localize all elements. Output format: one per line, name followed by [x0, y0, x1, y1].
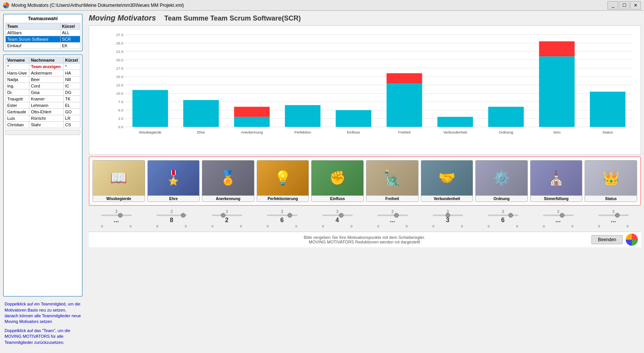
slider-thumb-2[interactable] [221, 213, 225, 218]
svg-rect-38 [437, 117, 473, 127]
right-panel: Moving Motivators Team Summe Team Scrum … [86, 11, 644, 353]
svg-text:15.0: 15.0 [116, 75, 123, 79]
slider-top-3: 3 [281, 210, 283, 214]
slider-bottom-labels-5: 00 [377, 224, 408, 228]
svg-text:Wissbegierde: Wissbegierde [139, 130, 161, 134]
scrollbar[interactable] [5, 130, 80, 135]
main-container: Teamauswahl Team Kürzel AllStarsALLTeam … [0, 11, 644, 353]
member-row[interactable]: EsterLehmannEL [6, 102, 80, 109]
team-row[interactable]: AllStarsALL [6, 30, 80, 36]
card-status[interactable]: 👑Status [585, 160, 637, 202]
slider-bottom-labels-4: 00 [322, 224, 353, 228]
close-button[interactable]: ✕ [630, 1, 641, 10]
member-kuerzel: LR [64, 115, 80, 122]
svg-text:Freiheit: Freiheit [398, 130, 411, 134]
member-row[interactable]: Hans-UweAckermannHA [6, 70, 80, 76]
slider-min-6: 0 [433, 224, 435, 228]
left-panel: Teamauswahl Team Kürzel AllStarsALLTeam … [0, 11, 86, 353]
slider-thumb-0[interactable] [118, 213, 123, 218]
member-kuerzel: * [64, 64, 80, 70]
slider-thumb-1[interactable] [181, 213, 185, 218]
titlebar-left: Moving Motivators (C:\Users\Arthur\Meine… [3, 2, 184, 8]
member-row[interactable]: TraugottKramerTK [6, 96, 80, 102]
card-label-freiheit: Freiheit [366, 196, 418, 202]
card-freiheit[interactable]: 🗽Freiheit [366, 160, 419, 202]
member-nachname: Cord [29, 83, 64, 89]
teamauswahl-title: Teamauswahl [5, 16, 80, 21]
slider-track-6[interactable] [433, 215, 463, 216]
info-text-2: Doppelklick auf das "Team", um die MOVIN… [5, 328, 81, 345]
slider-value-0: ... [114, 217, 119, 224]
team-row[interactable]: EinkaufEK [6, 43, 80, 49]
svg-rect-28 [234, 117, 270, 127]
member-row[interactable]: GertraudeOtto-EhlertGO [6, 109, 80, 115]
slider-track-0[interactable] [101, 215, 132, 216]
member-kuerzel: EL [64, 102, 80, 109]
card-ehre[interactable]: 🎖️Ehre [147, 160, 200, 202]
slider-track-4[interactable] [322, 215, 353, 216]
slider-thumb-9[interactable] [615, 213, 620, 218]
slider-track-8[interactable] [543, 215, 574, 216]
member-row[interactable]: *Team anzeigen* [6, 64, 80, 70]
minimize-button[interactable]: ⎯ [607, 1, 618, 10]
member-row[interactable]: LuisRörrichtLR [6, 115, 80, 122]
slider-top-9: 3 [612, 210, 615, 214]
slider-track-5[interactable] [377, 215, 408, 216]
svg-text:7.5: 7.5 [118, 100, 123, 104]
card-image-ordnung: ⚙️ [476, 161, 527, 196]
card-einfluss[interactable]: ✊Einfluss [311, 160, 364, 202]
svg-text:Sinn: Sinn [553, 130, 560, 134]
svg-rect-45 [590, 92, 625, 127]
svg-text:5.0: 5.0 [118, 108, 123, 112]
slider-max-8: 0 [571, 224, 573, 228]
member-vorname: Nadja [6, 76, 29, 83]
member-vorname: * [6, 64, 29, 70]
member-nachname: Gisa [29, 89, 64, 96]
slider-value-2: 2 [225, 217, 229, 224]
bottom-line2: MOVING MOTIVATORS Reduktionen werden rot… [304, 240, 425, 244]
slider-track-1[interactable] [157, 215, 187, 216]
slider-thumb-4[interactable] [339, 213, 344, 218]
team-kuerzel: SCR [60, 36, 80, 43]
slider-track-9[interactable] [598, 215, 629, 216]
beenden-button[interactable]: Beenden [591, 235, 623, 244]
slider-min-3: 0 [267, 224, 269, 228]
maximize-button[interactable]: ☐ [619, 1, 630, 10]
slider-track-3[interactable] [267, 215, 297, 216]
info-text-1: Doppelklick auf ein Teammitglied, um die… [5, 301, 81, 325]
slider-thumb-6[interactable] [446, 213, 450, 218]
slider-max-2: 0 [240, 224, 242, 228]
member-vorname: Ing. [6, 83, 29, 89]
card-sinnerfuellung[interactable]: ⛪Sinnerfüllung [530, 160, 583, 202]
slider-thumb-3[interactable] [288, 213, 292, 218]
member-row[interactable]: ChristianStahrCS [6, 122, 80, 128]
card-label-sinnerfuellung: Sinnerfüllung [531, 196, 582, 202]
slider-group-9: 3...00 [598, 210, 629, 228]
slider-thumb-7[interactable] [508, 213, 513, 218]
team-row[interactable]: Team Scrum SoftwareSCR [6, 36, 80, 43]
slider-min-8: 0 [543, 224, 545, 228]
card-perfektionierung[interactable]: 💡Perfektionierung [257, 160, 309, 202]
card-anerkennung[interactable]: 🏅Anerkennung [202, 160, 254, 202]
member-kuerzel: CS [64, 122, 80, 128]
card-label-ehre: Ehre [148, 196, 200, 202]
card-wissbegierde[interactable]: 📖Wissbegierde [93, 160, 145, 202]
card-verbundenheit[interactable]: 🤝Verbundenheit [421, 160, 473, 202]
member-row[interactable]: Ing.CordIC [6, 83, 80, 89]
slider-track-2[interactable] [212, 215, 242, 216]
member-row[interactable]: Dr.GisaDG [6, 89, 80, 96]
slider-thumb-8[interactable] [560, 213, 564, 218]
card-label-perfektionierung: Perfektionierung [257, 196, 309, 202]
svg-rect-24 [133, 90, 168, 127]
team-col-header: Team [6, 23, 61, 30]
member-nachname: Stahr [29, 122, 64, 128]
slider-value-9: ... [611, 217, 616, 224]
slider-value-4: 4 [336, 217, 339, 224]
slider-group-3: 3600 [267, 210, 297, 228]
member-row[interactable]: NadjaBeerNB [6, 76, 80, 83]
slider-group-2: 3200 [212, 210, 242, 228]
slider-thumb-5[interactable] [394, 213, 399, 218]
slider-track-7[interactable] [488, 215, 518, 216]
nachname-header: Nachnname [29, 57, 64, 64]
card-ordnung[interactable]: ⚙️Ordnung [475, 160, 528, 202]
